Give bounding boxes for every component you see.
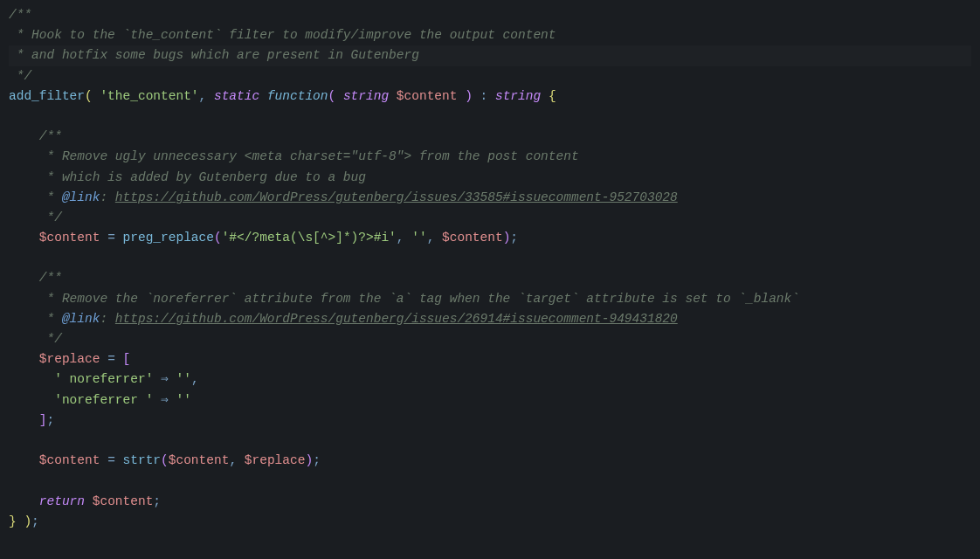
doc-tag: @link	[62, 190, 100, 204]
variable: $content	[93, 494, 154, 508]
docblock-line: * which is added by Gutenberg due to a b…	[9, 170, 366, 184]
string-literal: ''	[176, 372, 190, 386]
variable: $content	[397, 89, 458, 103]
variable: $content	[39, 231, 100, 245]
string-literal: ''	[411, 231, 426, 245]
string-literal: '#</?meta(\s[^>]*)?>#i'	[222, 231, 397, 245]
docblock-line: * Remove the `noreferrer` attribute from…	[9, 292, 799, 306]
keyword: static	[214, 89, 259, 103]
docblock-line: * @link: https://github.com/WordPress/gu…	[9, 312, 678, 326]
docblock-line: /**	[9, 8, 31, 22]
doc-link[interactable]: https://github.com/WordPress/gutenberg/i…	[115, 312, 678, 326]
string-literal: ''	[176, 393, 190, 407]
string-literal: 'noreferrer '	[54, 393, 153, 407]
keyword: function	[267, 89, 328, 103]
function-call: add_filter	[9, 89, 85, 103]
doc-tag: @link	[62, 312, 100, 326]
docblock-line: */	[9, 210, 62, 224]
docblock-line: */	[9, 332, 62, 346]
type-hint: string	[343, 89, 389, 103]
docblock-line: * Remove ugly unnecessary <meta charset=…	[9, 149, 579, 163]
string-literal: ' noreferrer'	[54, 372, 153, 386]
docblock-line: * @link: https://github.com/WordPress/gu…	[9, 190, 678, 204]
doc-link[interactable]: https://github.com/WordPress/gutenberg/i…	[115, 190, 678, 204]
function-call: preg_replace	[123, 231, 214, 245]
docblock-line: * and hotfix some bugs which are present…	[9, 48, 419, 62]
docblock-line: * Hook to the `the_content` filter to mo…	[9, 28, 556, 42]
function-call: strtr	[123, 453, 162, 467]
docblock-line: /**	[39, 129, 62, 143]
variable: $replace	[39, 352, 100, 366]
variable: $replace	[245, 453, 306, 467]
keyword: return	[39, 494, 85, 508]
docblock-line: */	[9, 69, 31, 83]
variable: $content	[169, 453, 230, 467]
return-type: string	[495, 89, 541, 103]
string-literal: 'the_content'	[100, 89, 198, 103]
code-block: /** * Hook to the `the_content` filter t…	[0, 0, 980, 537]
variable: $content	[442, 231, 503, 245]
docblock-line: /**	[39, 271, 62, 285]
variable: $content	[39, 453, 100, 467]
